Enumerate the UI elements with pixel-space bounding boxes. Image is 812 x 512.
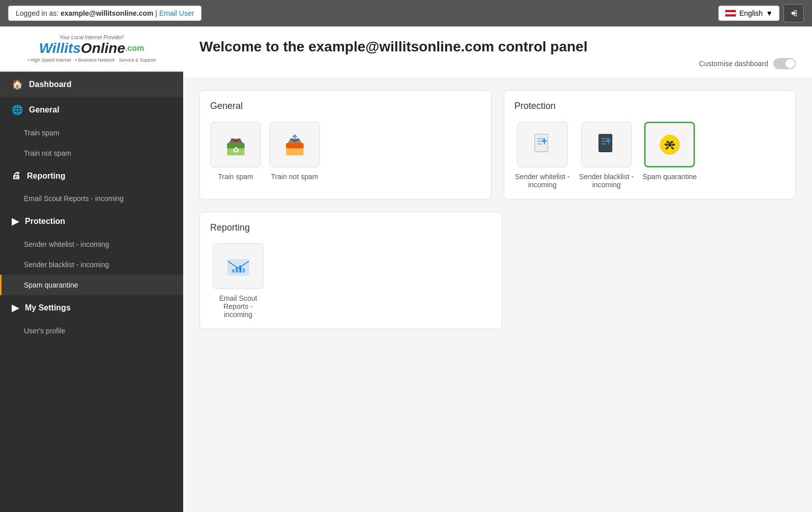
sidebar-item-spam-quarantine[interactable]: Spam quarantine <box>0 275 183 295</box>
top-bar-right: English ▼ <box>718 4 804 22</box>
svg-rect-5 <box>286 143 303 148</box>
home-icon: 🏠 <box>12 79 23 90</box>
logo-com: .com <box>125 44 144 53</box>
reporting-section-row: Reporting <box>199 212 796 329</box>
spam-quarantine-svg <box>656 131 684 159</box>
customise-label: Customise dashboard <box>699 60 768 68</box>
printer-icon: 🖨 <box>12 170 21 181</box>
svg-rect-6 <box>535 134 548 151</box>
svg-rect-17 <box>227 259 248 275</box>
empty-filler <box>514 212 796 329</box>
sidebar-item-general[interactable]: 🌐 General <box>0 97 183 123</box>
flag-icon <box>725 10 736 17</box>
reporting-tiles: Email Scout Reports - incoming <box>210 243 491 319</box>
protection-tiles: Sender whitelist - incoming <box>514 122 785 189</box>
customise-row: Customise dashboard <box>199 58 796 69</box>
tile-sender-whitelist[interactable]: Sender whitelist - incoming <box>514 122 570 189</box>
sender-whitelist-icon-box <box>517 122 568 167</box>
sidebar-item-email-scout[interactable]: Email Scout Reports - incoming <box>0 188 183 209</box>
tile-train-spam[interactable]: ♻ Train spam <box>210 122 261 181</box>
content-area: Welcome to the example@willitsonline.com… <box>183 26 812 512</box>
svg-rect-10 <box>599 134 612 151</box>
sidebar-item-sender-whitelist[interactable]: Sender whitelist - incoming <box>0 234 183 254</box>
sidebar: Your Local Internet Provider! Willits On… <box>0 26 183 512</box>
top-section-row: General <box>199 90 796 200</box>
logo-sub1: • High Speed Internet <box>27 58 71 63</box>
sidebar-sub-label: Sender whitelist - incoming <box>24 240 109 248</box>
logo-area: Your Local Internet Provider! Willits On… <box>8 35 175 63</box>
protection-section-title: Protection <box>514 101 785 111</box>
logo-willits: Willits <box>39 40 81 56</box>
sidebar-sub-label: Train spam <box>24 129 60 137</box>
tile-email-scout[interactable]: Email Scout Reports - incoming <box>210 243 266 319</box>
svg-rect-20 <box>239 265 241 272</box>
language-button[interactable]: English ▼ <box>718 6 779 21</box>
spam-quarantine-label: Spam quarantine <box>643 173 697 181</box>
logo-tagline: Your Local Internet Provider! <box>60 35 124 40</box>
email-scout-svg <box>224 252 252 280</box>
sidebar-item-my-settings[interactable]: ▶ My Settings <box>0 295 183 321</box>
sidebar-sub-label: Spam quarantine <box>24 281 78 289</box>
svg-point-16 <box>668 143 672 147</box>
general-section-title: General <box>210 101 481 111</box>
logout-icon <box>790 8 797 18</box>
logout-button[interactable] <box>784 4 804 22</box>
sidebar-logo: Your Local Internet Provider! Willits On… <box>0 26 183 72</box>
tile-sender-blacklist[interactable]: Sender blacklist - incoming <box>578 122 634 189</box>
sidebar-sub-label: Sender blacklist - incoming <box>24 261 109 269</box>
logo-taglines: • High Speed Internet • Business Network… <box>27 58 156 63</box>
sender-blacklist-icon-box <box>581 122 632 167</box>
sidebar-item-protection[interactable]: ▶ Protection <box>0 209 183 234</box>
sender-whitelist-label: Sender whitelist - incoming <box>514 173 570 189</box>
sidebar-sub-label: Email Scout Reports - incoming <box>24 194 124 203</box>
globe-icon: 🌐 <box>12 104 23 116</box>
train-spam-label: Train spam <box>218 173 253 181</box>
logged-in-label: Logged in as: <box>16 9 59 17</box>
customise-toggle[interactable] <box>773 58 796 69</box>
sidebar-item-train-not-spam[interactable]: Train not spam <box>0 143 183 163</box>
protection-section: Protection <box>504 90 796 200</box>
content-header: Welcome to the example@willitsonline.com… <box>183 26 812 78</box>
main-layout: Your Local Internet Provider! Willits On… <box>0 26 812 512</box>
logo-online: Online <box>81 40 125 56</box>
sidebar-item-users-profile[interactable]: User's profile <box>0 321 183 341</box>
logo-sub2: • Business Network <box>75 58 115 63</box>
spam-quarantine-icon-box <box>644 122 695 167</box>
general-section: General <box>199 90 491 200</box>
logo-sub3: Service & Support <box>119 58 156 63</box>
sidebar-item-label: Dashboard <box>29 80 72 89</box>
svg-rect-18 <box>232 269 234 272</box>
sidebar-item-dashboard[interactable]: 🏠 Dashboard <box>0 72 183 97</box>
sender-blacklist-label: Sender blacklist - incoming <box>578 173 634 189</box>
tile-spam-quarantine[interactable]: Spam quarantine <box>643 122 697 189</box>
sidebar-item-label: Reporting <box>27 172 66 181</box>
svg-rect-21 <box>243 268 245 272</box>
train-spam-svg: ♻ <box>222 131 250 159</box>
sidebar-item-reporting[interactable]: 🖨 Reporting <box>0 163 183 188</box>
train-not-spam-label: Train not spam <box>271 173 318 181</box>
dashboard-body: General <box>183 78 812 342</box>
sidebar-item-label: My Settings <box>25 303 71 312</box>
sidebar-item-label: Protection <box>25 217 65 226</box>
sender-blacklist-svg <box>593 131 621 159</box>
language-label: English <box>739 9 763 17</box>
svg-rect-19 <box>236 267 238 272</box>
sender-whitelist-svg <box>529 131 557 159</box>
sidebar-sub-label: Train not spam <box>24 149 71 157</box>
general-tiles: ♻ Train spam <box>210 122 481 181</box>
page-title: Welcome to the example@willitsonline.com… <box>199 39 796 55</box>
train-not-spam-icon-box <box>269 122 320 167</box>
reporting-section: Reporting <box>199 212 502 329</box>
sidebar-item-label: General <box>29 105 60 115</box>
email-user-link[interactable]: Email User <box>159 9 194 17</box>
svg-text:♻: ♻ <box>232 145 239 154</box>
chevron-right-icon-2: ▶ <box>12 302 19 314</box>
email-scout-label: Email Scout Reports - incoming <box>210 294 266 319</box>
train-spam-icon-box: ♻ <box>210 122 261 167</box>
sidebar-item-train-spam[interactable]: Train spam <box>0 123 183 143</box>
sidebar-item-sender-blacklist[interactable]: Sender blacklist - incoming <box>0 254 183 275</box>
tile-train-not-spam[interactable]: Train not spam <box>269 122 320 181</box>
logged-in-email: example@willitsonline.com <box>61 9 153 17</box>
sidebar-sub-label: User's profile <box>24 327 65 335</box>
reporting-section-title: Reporting <box>210 222 491 233</box>
